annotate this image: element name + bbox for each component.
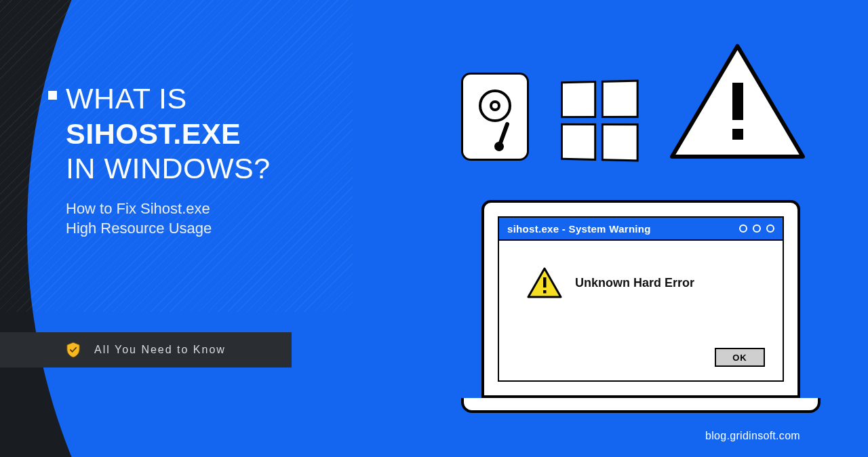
windows-logo-icon bbox=[561, 80, 639, 162]
icons-row bbox=[461, 42, 807, 161]
dialog-title: sihost.exe - System Warning bbox=[507, 223, 651, 235]
ok-button-label: OK bbox=[732, 353, 747, 363]
title-block: WHAT IS SIHOST.EXE IN WINDOWS? How to Fi… bbox=[66, 81, 271, 239]
warning-triangle-small-icon bbox=[526, 266, 563, 299]
svg-rect-5 bbox=[543, 290, 547, 294]
window-controls bbox=[739, 224, 774, 233]
dialog-message-row: Unknown Hard Error bbox=[526, 266, 769, 299]
badge-bar: All You Need to Know bbox=[0, 332, 292, 367]
laptop-base bbox=[461, 398, 821, 413]
svg-rect-1 bbox=[732, 83, 743, 120]
system-warning-dialog: sihost.exe - System Warning bbox=[498, 216, 784, 382]
window-control-close-icon[interactable] bbox=[766, 224, 774, 233]
warning-triangle-icon bbox=[668, 42, 807, 161]
title-line-1: WHAT IS bbox=[66, 81, 271, 117]
svg-rect-2 bbox=[732, 129, 743, 140]
title-line-3: IN WINDOWS? bbox=[66, 151, 271, 186]
title-bullet-icon bbox=[48, 91, 57, 100]
ok-button[interactable]: OK bbox=[715, 348, 765, 367]
dialog-titlebar: sihost.exe - System Warning bbox=[499, 218, 783, 241]
article-cover: WHAT IS SIHOST.EXE IN WINDOWS? How to Fi… bbox=[0, 0, 868, 457]
subtitle: How to Fix Sihost.exe High Resource Usag… bbox=[66, 199, 271, 239]
shield-check-icon bbox=[66, 342, 81, 358]
title-line-2: SIHOST.EXE bbox=[66, 117, 271, 152]
svg-rect-4 bbox=[543, 277, 547, 287]
laptop-illustration: sihost.exe - System Warning bbox=[461, 200, 821, 413]
hard-drive-icon bbox=[461, 73, 529, 161]
dialog-body: Unknown Hard Error OK bbox=[499, 241, 783, 380]
window-control-max-icon[interactable] bbox=[753, 224, 761, 233]
subtitle-line-2: High Resource Usage bbox=[66, 218, 271, 239]
window-control-min-icon[interactable] bbox=[739, 224, 747, 233]
laptop-screen: sihost.exe - System Warning bbox=[481, 200, 800, 398]
dialog-message: Unknown Hard Error bbox=[575, 276, 694, 290]
badge-text: All You Need to Know bbox=[94, 344, 226, 356]
subtitle-line-1: How to Fix Sihost.exe bbox=[66, 199, 271, 219]
footer-url: blog.gridinsoft.com bbox=[705, 430, 800, 442]
